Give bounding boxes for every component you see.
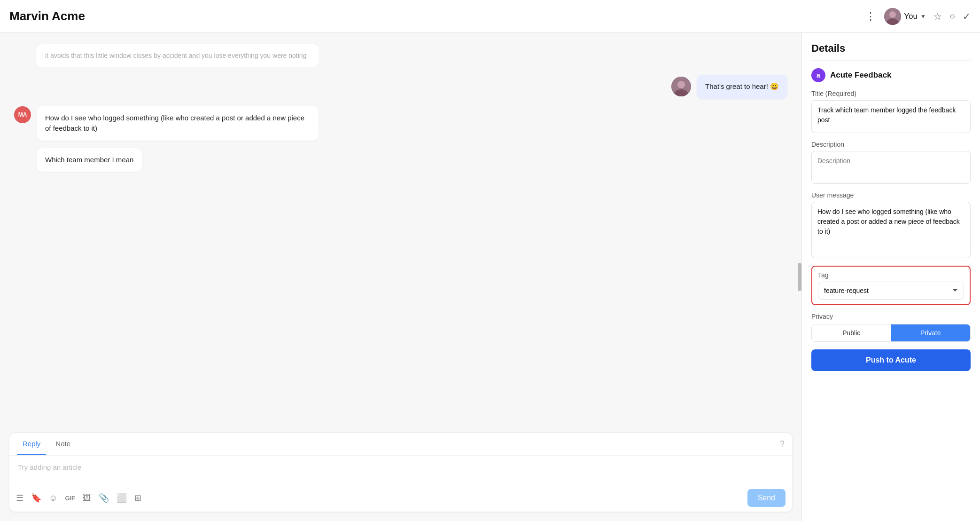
topbar: Marvin Acme ⋮ You ▼ ☆ ○ ✓	[0, 0, 980, 33]
reply-input[interactable]: Try adding an article	[9, 456, 792, 484]
acute-name: Acute Feedback	[830, 71, 891, 80]
message-bubble-right: That's great to hear! 😀	[697, 75, 787, 99]
topbar-actions: ⋮ You ▼ ☆ ○ ✓	[865, 8, 971, 25]
avatar	[884, 8, 901, 25]
reply-tabs: Reply Note ?	[9, 433, 792, 456]
privacy-buttons: Public Private	[811, 324, 971, 342]
tab-note[interactable]: Note	[50, 433, 76, 455]
tag-group: Tag feature-request bug improvement ques…	[811, 266, 971, 305]
push-to-acute-button[interactable]: Push to Acute	[811, 349, 971, 371]
template-icon[interactable]: ⬜	[117, 493, 127, 503]
help-icon[interactable]: ?	[780, 433, 785, 455]
send-button[interactable]: Send	[747, 489, 786, 507]
details-title: Details	[811, 42, 971, 61]
title-label: Title (Required)	[811, 90, 971, 97]
bookmark-icon[interactable]: 🔖	[31, 493, 41, 503]
sender-avatar: MA	[14, 106, 31, 123]
message-bubble-followup: Which team member I mean	[37, 148, 142, 172]
user-message-label: User message	[811, 191, 971, 199]
chat-area: it avoids that this little window closes…	[0, 33, 801, 521]
description-input[interactable]	[811, 151, 971, 184]
title-input[interactable]: Track which team member logged the feedb…	[811, 100, 971, 133]
image-icon[interactable]: 🖼	[83, 493, 91, 503]
details-panel: Details a Acute Feedback Title (Required…	[801, 33, 980, 521]
svg-point-4	[677, 81, 685, 88]
title-group: Title (Required) Track which team member…	[811, 90, 971, 133]
check-icon[interactable]: ✓	[963, 11, 971, 22]
emoji-icon[interactable]: ☺	[49, 493, 57, 503]
chevron-down-icon: ▼	[920, 13, 926, 20]
privacy-group: Privacy Public Private	[811, 313, 971, 342]
username-label: You	[904, 12, 918, 21]
table-row: Which team member I mean	[14, 148, 787, 172]
user-message-input[interactable]: How do I see who logged something (like …	[811, 202, 971, 258]
tab-reply[interactable]: Reply	[17, 433, 46, 455]
star-icon[interactable]: ☆	[933, 11, 942, 22]
list-item: it avoids that this little window closes…	[37, 44, 319, 67]
acute-logo: a	[811, 68, 825, 82]
description-label: Description	[811, 141, 971, 148]
acute-header: a Acute Feedback	[811, 68, 971, 82]
privacy-label: Privacy	[811, 313, 971, 320]
table-row: MA How do I see who logged something (li…	[14, 106, 787, 141]
description-group: Description	[811, 141, 971, 184]
attachment-icon[interactable]: 📎	[99, 493, 109, 503]
more-options-icon[interactable]: ⋮	[865, 10, 877, 23]
message-bubble-left: How do I see who logged something (like …	[37, 106, 319, 141]
reply-box: Reply Note ? Try adding an article ☰ 🔖 ☺…	[9, 433, 792, 512]
clock-icon[interactable]: ○	[949, 11, 955, 22]
reply-toolbar: ☰ 🔖 ☺ GIF 🖼 📎 ⬜ ⊞ Send	[9, 484, 792, 512]
tag-label: Tag	[818, 271, 964, 279]
main-layout: it avoids that this little window closes…	[0, 33, 980, 521]
page-title: Marvin Acme	[9, 9, 865, 24]
public-button[interactable]: Public	[812, 324, 891, 341]
format-icon[interactable]: ☰	[16, 493, 23, 503]
avatar	[671, 77, 691, 96]
gif-icon[interactable]: GIF	[65, 495, 75, 502]
user-menu[interactable]: You ▼	[884, 8, 926, 25]
user-message-group: User message How do I see who logged som…	[811, 191, 971, 258]
svg-point-1	[889, 11, 896, 18]
apps-icon[interactable]: ⊞	[134, 493, 141, 503]
scroll-indicator[interactable]	[798, 263, 801, 291]
private-button[interactable]: Private	[891, 324, 971, 341]
tag-select[interactable]: feature-request bug improvement question	[818, 282, 964, 300]
messages-container: it avoids that this little window closes…	[0, 33, 801, 433]
table-row: That's great to hear! 😀	[14, 75, 787, 99]
